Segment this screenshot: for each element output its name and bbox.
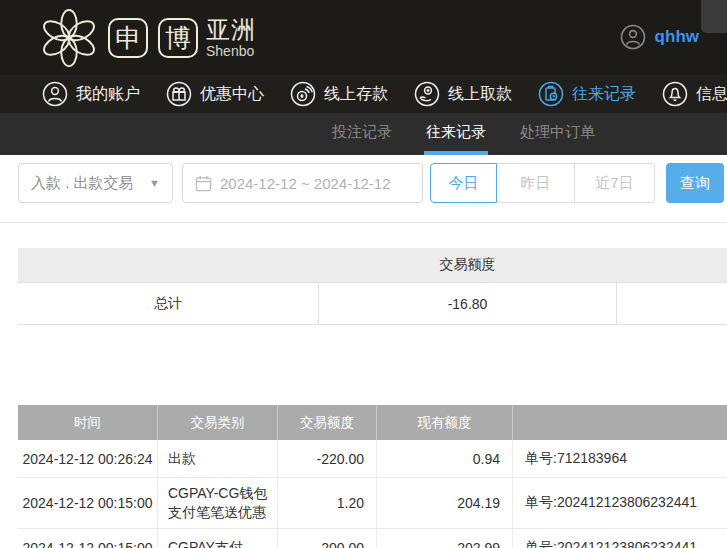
avatar-icon <box>620 24 646 50</box>
records-table: 时间 交易类别 交易额度 现有额度 摘要 2024-12-12 00:26:24… <box>18 405 727 548</box>
col-amount: 交易额度 <box>278 405 377 440</box>
tab-betting-records[interactable]: 投注记录 <box>330 113 394 155</box>
cell-amount: 200.00 <box>278 529 377 548</box>
cell-balance: 204.19 <box>377 478 513 528</box>
col-balance: 现有额度 <box>377 405 513 440</box>
main-nav: 我的账户 优惠中心 线上存款 <box>0 75 727 113</box>
cell-balance: 202.99 <box>377 529 513 548</box>
cell-balance: 0.94 <box>377 440 513 477</box>
cell-type: CGPAY-CG钱包支付笔笔送优惠 <box>158 478 278 528</box>
brand-region: 亚洲 Shenbo <box>206 18 256 58</box>
calendar-icon <box>195 175 212 192</box>
gift-icon <box>166 81 192 107</box>
cell-type: CGPAY支付 <box>158 529 278 548</box>
nav-label: 线上取款 <box>448 84 512 105</box>
summary-table: 交易额度 总计 -16.80 <box>18 248 727 325</box>
nav-label: 优惠中心 <box>200 84 264 105</box>
withdraw-icon <box>414 81 440 107</box>
today-button[interactable]: 今日 <box>430 163 497 203</box>
site-header: 申 博 亚洲 Shenbo qhhw <box>0 0 727 75</box>
table-row: 2024-12-12 00:15:00 CGPAY支付 200.00 202.9… <box>18 529 727 548</box>
brand-char-shen: 申 <box>108 18 148 58</box>
transaction-type-value: 入款 . 出款交易 <box>31 174 134 193</box>
nav-label: 往来记录 <box>572 84 636 105</box>
cell-summary: 单号:202412123806232441 <box>513 478 727 528</box>
col-type: 交易类别 <box>158 405 278 440</box>
col-summary: 摘要 <box>513 405 727 440</box>
summary-total-row: 总计 -16.80 <box>18 283 727 325</box>
tab-transaction-records[interactable]: 往来记录 <box>424 113 488 155</box>
brand-char-bo: 博 <box>158 18 198 58</box>
brand-logo[interactable]: 申 博 亚洲 Shenbo <box>38 7 256 69</box>
cell-type: 出款 <box>158 440 278 477</box>
date-range-input[interactable]: 2024-12-12 ~ 2024-12-12 <box>182 163 423 203</box>
cell-time: 2024-12-12 00:15:00 <box>18 478 158 528</box>
nav-label: 我的账户 <box>76 84 140 105</box>
record-tabs: 投注记录 往来记录 处理中订单 <box>0 113 727 155</box>
user-icon <box>42 81 68 107</box>
cell-time: 2024-12-12 00:15:00 <box>18 529 158 548</box>
summary-total-label: 总计 <box>18 283 318 324</box>
last-7-days-button[interactable]: 近7日 <box>575 163 655 203</box>
cell-amount: -220.00 <box>278 440 377 477</box>
lotus-flower-icon <box>38 7 100 69</box>
table-row: 2024-12-12 00:26:24 出款 -220.00 0.94 单号:7… <box>18 440 727 478</box>
nav-my-account[interactable]: 我的账户 <box>42 81 140 107</box>
cell-amount: 1.20 <box>278 478 377 528</box>
cell-summary: 单号:202412123806232441 <box>513 529 727 548</box>
page: 申 博 亚洲 Shenbo qhhw <box>0 0 727 548</box>
nav-deposit[interactable]: 线上存款 <box>290 81 388 107</box>
table-row: 2024-12-12 00:15:00 CGPAY-CG钱包支付笔笔送优惠 1.… <box>18 478 727 529</box>
section-divider <box>0 222 727 223</box>
col-time: 时间 <box>18 405 158 440</box>
summary-header-row: 交易额度 <box>18 248 727 283</box>
summary-total-value: -16.80 <box>318 283 617 324</box>
nav-transaction-records[interactable]: 往来记录 <box>538 81 636 107</box>
nav-messages[interactable]: 信息 <box>662 81 727 107</box>
username-link[interactable]: qhhw <box>655 27 699 47</box>
user-account[interactable]: qhhw <box>620 24 699 50</box>
search-button[interactable]: 查询 <box>666 163 724 203</box>
cell-time: 2024-12-12 00:26:24 <box>18 440 158 477</box>
nav-withdraw[interactable]: 线上取款 <box>414 81 512 107</box>
nav-label: 信息 <box>696 84 727 105</box>
bell-icon <box>662 81 688 107</box>
deposit-icon <box>290 81 316 107</box>
date-range-value: 2024-12-12 ~ 2024-12-12 <box>220 175 391 192</box>
transaction-type-select[interactable]: 入款 . 出款交易 ▼ <box>18 163 173 203</box>
quick-range-group: 今日 昨日 近7日 <box>430 163 655 203</box>
nav-label: 线上存款 <box>324 84 388 105</box>
filter-bar: 入款 . 出款交易 ▼ 2024-12-12 ~ 2024-12-12 今日 昨… <box>0 155 727 222</box>
summary-header-amount: 交易额度 <box>318 256 617 274</box>
tab-pending-orders[interactable]: 处理中订单 <box>518 113 597 155</box>
brand-subtitle: Shenbo <box>206 44 256 58</box>
chevron-down-icon: ▼ <box>149 177 160 189</box>
brand-region-cn: 亚洲 <box>206 18 256 42</box>
nav-promotions[interactable]: 优惠中心 <box>166 81 264 107</box>
records-table-header: 时间 交易类别 交易额度 现有额度 摘要 <box>18 405 727 440</box>
cell-summary: 单号:712183964 <box>513 440 727 477</box>
corner-panel <box>701 0 727 33</box>
records-icon <box>538 81 564 107</box>
yesterday-button[interactable]: 昨日 <box>497 163 575 203</box>
